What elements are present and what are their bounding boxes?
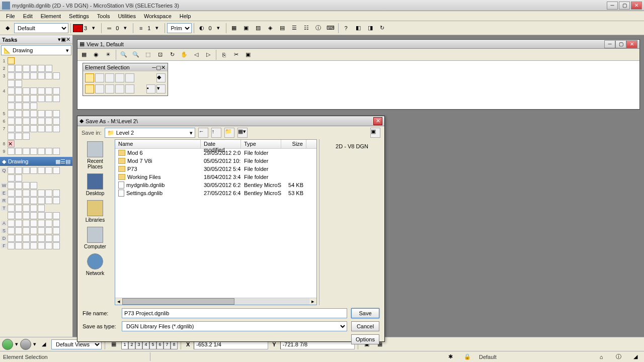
keyin-icon[interactable]: ⌨ — [325, 23, 336, 34]
toggle-icon[interactable]: ◨ — [365, 23, 376, 34]
save-in-dropdown[interactable]: 📁 Level 2 ▾ — [105, 128, 195, 138]
tool-icon[interactable] — [23, 125, 30, 132]
file-row[interactable]: mydgnlib.dgnlib30/05/2012 6:24...Bentley… — [115, 181, 316, 189]
tool-icon[interactable] — [53, 87, 60, 95]
tool-icon[interactable] — [30, 148, 37, 155]
menu-tools[interactable]: Tools — [93, 12, 114, 20]
tool-icon[interactable] — [53, 110, 60, 117]
info-icon[interactable]: ⓘ — [613, 351, 624, 363]
tool-icon[interactable] — [8, 242, 15, 249]
minimize-button[interactable]: ─ — [607, 2, 618, 10]
tool-icon[interactable] — [15, 235, 22, 242]
tool-icon[interactable] — [30, 72, 37, 79]
tool-icon[interactable] — [15, 182, 22, 189]
dropdown-arrow-icon[interactable]: ▾ — [88, 23, 99, 34]
refresh-icon[interactable]: ↻ — [377, 23, 388, 34]
tool-icon[interactable] — [53, 190, 60, 197]
tool-icon[interactable] — [30, 212, 37, 219]
options-button[interactable]: Options — [351, 334, 379, 344]
tool-icon[interactable] — [23, 197, 30, 204]
tool-icon[interactable] — [30, 167, 37, 174]
tool-icon[interactable] — [8, 227, 15, 234]
tool-icon[interactable] — [45, 235, 52, 242]
place-network[interactable]: Network — [86, 253, 105, 276]
place-recent[interactable]: Recent Places — [79, 141, 111, 169]
maximize-button[interactable]: ▢ — [615, 40, 626, 48]
handles-icon[interactable]: ▪ — [146, 84, 155, 94]
individual-mode-icon[interactable] — [85, 73, 94, 82]
tool-icon[interactable] — [8, 125, 15, 132]
tool-icon[interactable] — [23, 227, 30, 234]
tool-icon[interactable] — [30, 125, 37, 132]
invert-mode-icon[interactable] — [115, 84, 124, 94]
tool-icon[interactable] — [23, 235, 30, 242]
tool-icon[interactable] — [15, 110, 22, 117]
tool-icon[interactable] — [30, 242, 37, 249]
tool-icon[interactable] — [45, 148, 52, 155]
zoom-out-icon[interactable]: 🔍 — [130, 49, 141, 60]
tool-icon[interactable] — [45, 65, 52, 72]
tool-icon[interactable] — [45, 118, 52, 125]
close-button[interactable]: ✕ — [626, 40, 637, 48]
tool-icon[interactable] — [53, 242, 60, 249]
tool-icon[interactable] — [38, 212, 45, 219]
tool-icon[interactable] — [8, 167, 15, 174]
tool-icon[interactable] — [15, 87, 22, 95]
tool-icon[interactable] — [8, 118, 15, 125]
view-attributes-icon[interactable]: ▦ — [78, 49, 90, 60]
tool-icon[interactable] — [38, 220, 45, 227]
rotate-view-icon[interactable]: ↻ — [167, 49, 178, 60]
view-next-icon[interactable]: ▷ — [203, 49, 214, 60]
new-folder-button[interactable]: 📁 — [224, 128, 234, 138]
preview-toggle-button[interactable]: ▣ — [370, 128, 380, 138]
chevron-down-icon[interactable]: ▾ — [15, 341, 18, 347]
tool-icon[interactable] — [8, 95, 15, 102]
copy-view-icon[interactable]: ⎘ — [218, 49, 229, 60]
scrollbar-track[interactable] — [122, 298, 309, 305]
scroll-left-icon[interactable]: ◂ — [115, 298, 122, 305]
tool-icon[interactable] — [53, 167, 60, 174]
tool-icon[interactable] — [38, 125, 45, 132]
scroll-right-icon[interactable]: ▸ — [309, 298, 316, 305]
tool-icon[interactable] — [53, 148, 60, 155]
tool-icon[interactable] — [38, 95, 45, 102]
tool-icon[interactable] — [53, 197, 60, 204]
place-computer[interactable]: Computer — [84, 227, 106, 249]
tool-icon[interactable]: ✕ — [8, 140, 15, 147]
level-manager-icon[interactable]: ☰ — [289, 23, 300, 34]
minimize-button[interactable]: ─ — [604, 40, 615, 48]
tool-icon[interactable] — [23, 65, 30, 72]
tool-icon[interactable] — [23, 220, 30, 227]
tool-icon[interactable] — [15, 174, 22, 182]
tool-icon[interactable] — [45, 72, 52, 79]
tool-icon[interactable] — [45, 110, 52, 117]
references-icon[interactable]: ▣ — [240, 23, 252, 34]
tool-icon[interactable] — [38, 167, 45, 174]
help-icon[interactable]: ? — [341, 23, 352, 34]
tool-icon[interactable] — [23, 118, 30, 125]
tool-icon[interactable] — [38, 197, 45, 204]
dropdown-arrow-icon[interactable]: ▾ — [213, 23, 224, 34]
level-dropdown[interactable]: Default — [14, 23, 68, 33]
tool-icon[interactable] — [45, 167, 52, 174]
up-button[interactable]: ↑ — [211, 128, 221, 138]
tool-icon[interactable] — [23, 87, 30, 95]
nav-forward-button[interactable] — [20, 339, 31, 350]
lock-icon[interactable]: 🔒 — [462, 351, 473, 363]
clear-mode-icon[interactable] — [125, 84, 134, 94]
tool-icon[interactable] — [38, 227, 45, 234]
fit-view-icon[interactable]: ⊡ — [154, 49, 166, 60]
tool-icon[interactable] — [15, 148, 22, 155]
tool-icon[interactable] — [30, 227, 37, 234]
tool-icon[interactable] — [15, 220, 22, 227]
tool-icon[interactable] — [23, 110, 30, 117]
close-button[interactable]: ✕ — [631, 2, 642, 10]
tool-icon[interactable] — [15, 133, 22, 140]
tool-icon[interactable] — [53, 227, 60, 234]
column-name[interactable]: Name — [115, 140, 201, 148]
settings-icon[interactable]: ◆ — [156, 73, 166, 82]
tool-icon[interactable] — [15, 242, 22, 249]
menu-element[interactable]: Element — [37, 12, 65, 20]
tool-icon[interactable] — [23, 242, 30, 249]
tool-icon[interactable] — [30, 190, 37, 197]
